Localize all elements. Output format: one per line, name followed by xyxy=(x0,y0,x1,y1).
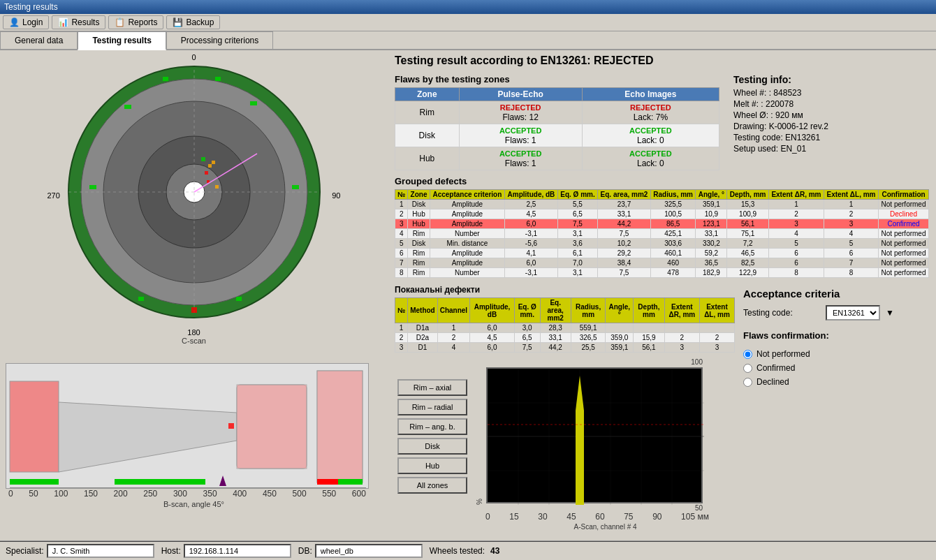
grouped-defects-section: Grouped defects № Zone Acceptance criter… xyxy=(395,176,929,278)
db-input[interactable] xyxy=(315,544,423,558)
radio-declined[interactable]: Declined xyxy=(743,377,926,387)
rim-axial-button[interactable]: Rim – axial xyxy=(397,379,467,396)
title-text: Testing results xyxy=(4,2,58,12)
backup-button[interactable]: 💾 Backup xyxy=(166,15,220,29)
grouped-defects-title: Grouped defects xyxy=(395,176,929,186)
toolbar: 👤 Login 📊 Results 📋 Reports 💾 Backup xyxy=(0,14,936,31)
svg-rect-18 xyxy=(89,185,96,189)
all-zones-button[interactable]: All zones xyxy=(397,477,467,494)
title-bar: Testing results xyxy=(0,0,936,14)
table-row: Disk ACCEPTEDFlaws: 1 ACCEPTEDLack: 0 xyxy=(395,124,719,147)
disk-button[interactable]: Disk xyxy=(397,438,467,455)
table-row: 3 Hub Amplitude 6,0 7,5 44,2 86,5 123,1 … xyxy=(395,219,929,229)
tab-general-data[interactable]: General data xyxy=(0,31,78,49)
info-field-1: Melt #: : 220078 xyxy=(733,99,929,109)
pokanalni-area: Поканальні дефекти № Method Channel Ampl… xyxy=(395,285,735,531)
cscan-bottom-label: 180 xyxy=(187,328,200,337)
acceptance-title: Acceptance criteria xyxy=(743,288,926,300)
tab-processing-criterions[interactable]: Processing criterions xyxy=(166,31,273,49)
table-row: 4 Rim Number -3,1 3,1 7,5 425,1 33,1 75,… xyxy=(395,229,929,239)
wheels-tested-value: 43 xyxy=(490,546,499,556)
svg-rect-8 xyxy=(201,157,205,161)
info-field-0: Wheel #: : 848523 xyxy=(733,88,929,98)
table-row: 2 D2a 2 4,5 6,5 33,1 326,5 359,0 15,9 2 … xyxy=(395,333,735,343)
svg-rect-17 xyxy=(250,101,257,105)
reports-button[interactable]: 📋 Reports xyxy=(108,15,163,29)
svg-rect-20 xyxy=(163,77,168,81)
radio-group: Not performed Confirmed Declined xyxy=(743,349,926,387)
table-row: 1 Disk Amplitude 2,5 5,5 23,7 325,5 359,… xyxy=(395,200,929,209)
zones-col-echo: Echo Images xyxy=(582,88,719,101)
specialist-input[interactable] xyxy=(47,544,154,558)
table-row: 7 Rim Amplitude 6,0 7,0 38,4 460 36,5 82… xyxy=(395,258,929,268)
scan-buttons: Rim – axial Rim – radial Rim – ang. b. D… xyxy=(395,358,470,531)
main-content: 0 270 90 xyxy=(0,50,936,560)
left-panel: 0 270 90 xyxy=(0,50,388,560)
rim-ang-b-button[interactable]: Rim – ang. b. xyxy=(397,418,467,435)
svg-rect-25 xyxy=(10,381,59,472)
info-field-3: Drawing: K-0006-12 rev.2 xyxy=(733,121,929,131)
svg-rect-34 xyxy=(317,479,338,485)
info-field-4: Testing code: EN13261 xyxy=(733,133,929,142)
specialist-label: Specialist: xyxy=(6,546,44,556)
tab-testing-results[interactable]: Testing results xyxy=(78,31,166,50)
testing-code-row: Testing code: EN13261 ▼ xyxy=(743,305,926,320)
info-field-2: Wheel Ø: : 920 мм xyxy=(733,110,929,120)
right-panel: Testing result according to EN13261: REJ… xyxy=(388,50,936,560)
acceptance-section: Acceptance criteria Testing code: EN1326… xyxy=(740,285,929,531)
radio-confirmed[interactable]: Confirmed xyxy=(743,363,926,373)
testing-info-title: Testing info: xyxy=(733,74,929,85)
svg-rect-9 xyxy=(208,164,212,168)
flaws-section-title: Flaws by the testing zones xyxy=(395,74,719,84)
svg-rect-16 xyxy=(124,105,131,109)
results-button[interactable]: 📊 Results xyxy=(52,15,105,29)
cscan-container: 0 270 90 xyxy=(3,53,385,360)
bscan-title: B-scan, angle 45° xyxy=(6,500,382,508)
backup-icon: 💾 xyxy=(173,17,183,27)
pokanalni-title: Поканальні дефекти xyxy=(395,285,735,295)
zones-section: Flaws by the testing zones Zone Pulse-Ec… xyxy=(395,74,929,170)
svg-rect-32 xyxy=(115,479,205,485)
table-row: 5 Disk Min. distance -5,6 3,6 10,2 303,6… xyxy=(395,239,929,249)
bscan-xaxis: 050100150200250300350400450500550600 xyxy=(6,489,369,499)
svg-rect-31 xyxy=(10,479,59,485)
grouped-defects-table: № Zone Acceptance criterion Amplitude, d… xyxy=(395,189,929,278)
zones-table: Zone Pulse-Echo Echo Images Rim REJECTED… xyxy=(395,87,719,170)
flaws-confirmation-label: Flaws confirmation: xyxy=(743,330,926,341)
svg-rect-30 xyxy=(228,423,234,429)
table-row: 8 Rim Number -3,1 3,1 7,5 478 182,9 122,… xyxy=(395,268,929,278)
svg-rect-29 xyxy=(317,371,363,482)
svg-rect-21 xyxy=(215,77,221,81)
result-header: Testing result according to EN13261: REJ… xyxy=(395,54,929,67)
svg-rect-28 xyxy=(237,385,307,469)
host-label: Host: xyxy=(161,546,181,556)
svg-rect-15 xyxy=(191,307,197,313)
ascan-svg xyxy=(488,369,704,505)
hub-button[interactable]: Hub xyxy=(397,457,467,474)
info-field-5: Setup used: EN_01 xyxy=(733,144,929,154)
bottom-right-area: Поканальні дефекти № Method Channel Ampl… xyxy=(395,285,929,531)
testing-code-select[interactable]: EN13261 xyxy=(826,305,880,320)
host-input[interactable] xyxy=(184,544,291,558)
svg-rect-10 xyxy=(205,171,208,175)
reports-icon: 📋 xyxy=(115,17,125,27)
wheels-tested-label: Wheels tested: xyxy=(430,546,485,556)
svg-marker-46 xyxy=(576,376,584,505)
host-field: Host: xyxy=(161,544,291,558)
wheels-tested-field: Wheels tested: 43 xyxy=(430,546,500,556)
table-row: 2 Hub Amplitude 4,5 6,5 33,1 100,5 10,9 … xyxy=(395,209,929,219)
svg-rect-19 xyxy=(292,185,299,189)
scan-ascan-area: Rim – axial Rim – radial Rim – ang. b. D… xyxy=(395,358,735,531)
radio-not-performed[interactable]: Not performed xyxy=(743,349,926,359)
results-icon: 📊 xyxy=(58,17,68,27)
testing-code-label: Testing code: xyxy=(743,308,820,318)
specialist-field: Specialist: xyxy=(6,544,154,558)
login-button[interactable]: 👤 Login xyxy=(3,15,49,29)
rim-radial-button[interactable]: Rim – radial xyxy=(397,399,467,415)
ascan-xaxis: 0153045607590105 мм xyxy=(485,512,709,522)
tab-bar: General data Testing results Processing … xyxy=(0,31,936,50)
testing-info: Testing info: Wheel #: : 848523 Melt #: … xyxy=(733,74,929,170)
db-field: DB: xyxy=(298,544,423,558)
zones-left: Flaws by the testing zones Zone Pulse-Ec… xyxy=(395,74,719,170)
db-label: DB: xyxy=(298,546,312,556)
